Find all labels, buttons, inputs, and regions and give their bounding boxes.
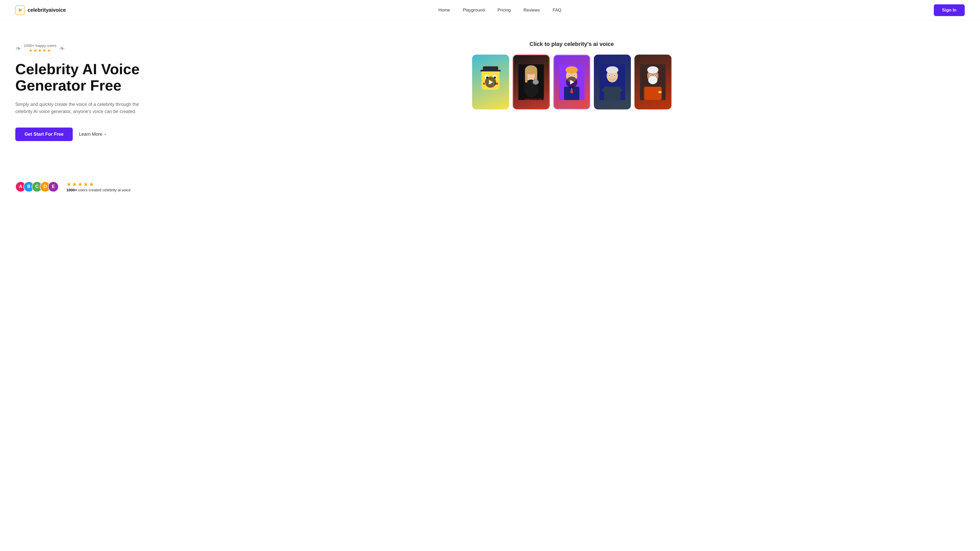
svg-point-25 bbox=[566, 66, 578, 73]
learn-more-button[interactable]: Learn More→ bbox=[79, 132, 107, 137]
celeb-card-spongebob[interactable] bbox=[472, 55, 509, 110]
modi-illustration bbox=[635, 55, 671, 110]
bottom-description: 1000+ users created celebrity ai voice bbox=[66, 188, 130, 192]
svg-rect-11 bbox=[480, 70, 501, 71]
celeb-card-biden[interactable] bbox=[594, 55, 631, 110]
user-avatars: A B C D E bbox=[15, 181, 56, 192]
svg-point-19 bbox=[534, 80, 538, 83]
svg-point-31 bbox=[574, 75, 575, 76]
svg-point-4 bbox=[494, 76, 496, 79]
laurel-right-icon: ❧ bbox=[59, 44, 65, 52]
svg-rect-52 bbox=[659, 91, 662, 93]
svg-text:PERSON OF THE YEAR: PERSON OF THE YEAR bbox=[525, 98, 544, 100]
svg-point-50 bbox=[650, 75, 651, 76]
bottom-stars: ★★★★★ bbox=[66, 181, 130, 188]
badge-users-text: 1000+ happy users bbox=[24, 43, 56, 48]
badge-stars: ★★★★★ bbox=[29, 48, 52, 53]
svg-rect-9 bbox=[493, 83, 495, 85]
svg-rect-16 bbox=[525, 70, 528, 83]
hero-section: ❧ 1000+ happy users ★★★★★ ❧ Celebrity AI… bbox=[0, 21, 980, 173]
logo-icon bbox=[15, 5, 25, 15]
svg-rect-0 bbox=[482, 69, 500, 90]
celebrity-cards: PERSON OF THE YEAR bbox=[472, 55, 671, 110]
signin-button[interactable]: Sign In bbox=[934, 4, 965, 16]
trump-illustration bbox=[554, 56, 590, 109]
spongebob-illustration bbox=[472, 55, 509, 110]
nav-faq[interactable]: FAQ bbox=[553, 8, 562, 13]
nav-pricing[interactable]: Pricing bbox=[497, 8, 511, 13]
hero-left: ❧ 1000+ happy users ★★★★★ ❧ Celebrity AI… bbox=[15, 38, 169, 141]
svg-point-30 bbox=[569, 75, 570, 76]
nav-links: Home Playground Pricing Reviews FAQ bbox=[438, 8, 562, 13]
biden-illustration bbox=[594, 55, 631, 110]
svg-rect-6 bbox=[485, 83, 487, 85]
nav-reviews[interactable]: Reviews bbox=[523, 8, 540, 13]
bottom-count: 1000+ bbox=[66, 188, 77, 192]
navbar: celebrityaivoice Home Playground Pricing… bbox=[0, 0, 980, 21]
svg-point-41 bbox=[614, 75, 615, 76]
taylor-illustration: PERSON OF THE YEAR bbox=[514, 56, 549, 109]
svg-point-3 bbox=[486, 76, 488, 79]
svg-rect-36 bbox=[602, 89, 611, 92]
get-start-button[interactable]: Get Start For Free bbox=[15, 127, 73, 141]
hero-badge: ❧ 1000+ happy users ★★★★★ ❧ bbox=[15, 43, 169, 53]
hero-description: Simply and quickly create the voice of a… bbox=[15, 101, 148, 116]
svg-point-51 bbox=[655, 75, 656, 76]
svg-point-40 bbox=[609, 75, 610, 76]
svg-rect-37 bbox=[614, 89, 622, 92]
hero-title: Celebrity AI Voice Generator Free bbox=[15, 61, 169, 94]
hero-actions: Get Start For Free Learn More→ bbox=[15, 127, 169, 141]
logo-link[interactable]: celebrityaivoice bbox=[15, 5, 66, 15]
nav-playground[interactable]: Playground bbox=[463, 8, 485, 13]
avatar-5: E bbox=[48, 181, 59, 192]
bottom-section: A B C D E ★★★★★ 1000+ users created cele… bbox=[0, 173, 980, 202]
celeb-card-trump[interactable] bbox=[553, 55, 590, 110]
svg-rect-47 bbox=[644, 87, 662, 100]
celeb-card-modi[interactable] bbox=[635, 55, 671, 110]
hero-right: Click to play celebrity's ai voice bbox=[179, 38, 965, 110]
svg-point-34 bbox=[606, 66, 618, 73]
logo-text: celebrityaivoice bbox=[27, 7, 66, 13]
svg-rect-7 bbox=[487, 83, 490, 85]
celeb-card-taylor[interactable]: PERSON OF THE YEAR bbox=[513, 55, 550, 110]
click-play-text: Click to play celebrity's ai voice bbox=[530, 41, 614, 48]
svg-rect-8 bbox=[490, 83, 492, 85]
svg-point-45 bbox=[647, 66, 659, 73]
badge-content: 1000+ happy users ★★★★★ bbox=[24, 43, 56, 53]
bottom-text: ★★★★★ 1000+ users created celebrity ai v… bbox=[66, 181, 130, 192]
nav-home[interactable]: Home bbox=[438, 8, 450, 13]
bottom-desc-text: users created celebrity ai voice bbox=[78, 188, 130, 192]
laurel-left-icon: ❧ bbox=[15, 44, 21, 52]
svg-point-44 bbox=[648, 76, 657, 84]
